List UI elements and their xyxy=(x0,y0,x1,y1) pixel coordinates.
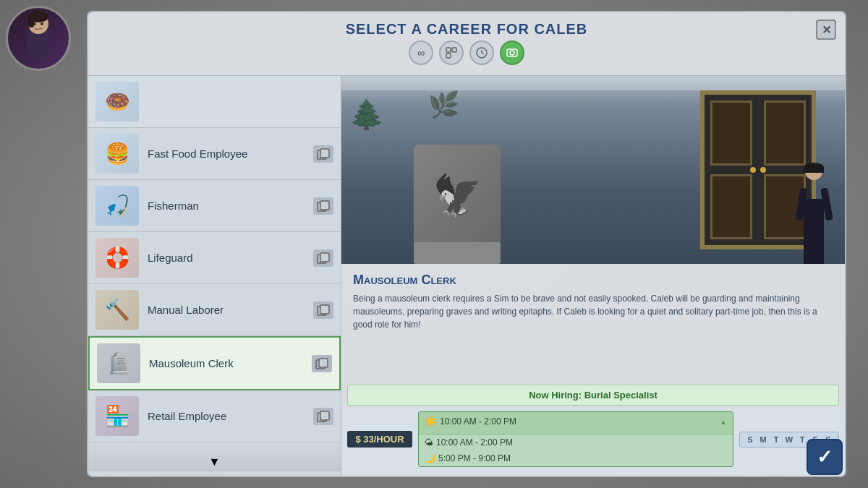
career-icon-lifeguard: 🛟 xyxy=(95,238,139,278)
scroll-indicator: ▼ xyxy=(88,442,341,471)
career-name-lifeguard: Lifeguard xyxy=(148,252,313,264)
day-w: W xyxy=(783,435,795,444)
career-copy-manual-laborer xyxy=(313,301,333,319)
confirm-button[interactable]: ✓ xyxy=(807,439,843,475)
mode-icon-money[interactable] xyxy=(500,40,524,65)
scene-plant-left: 🌲 xyxy=(349,98,385,132)
dialog-content: 🍩 🍔 Fast Food Employee 🎣 Fisherman xyxy=(88,75,845,476)
schedule-area: $ 33/HOUR ☀️ 10:00 AM - 2:00 PM ▲ 🌤 xyxy=(341,408,845,476)
day-s1: S xyxy=(744,435,756,444)
career-detail-text: Mausoleum Clerk Being a mausoleum clerk … xyxy=(341,264,845,385)
mode-icons-row: ∞ xyxy=(103,38,830,71)
career-copy-lifeguard xyxy=(313,249,333,267)
scene-pedestal xyxy=(414,242,501,264)
svg-rect-8 xyxy=(446,53,451,58)
svg-rect-17 xyxy=(320,201,329,210)
time-dropdown: 🌤 10:00 AM - 2:00 PM 🌙 5:00 PM - 9:00 PM xyxy=(419,434,733,466)
dialog-header: Select a Career for Caleb ✕ ∞ xyxy=(88,12,845,75)
scene-plant-mid: 🌿 xyxy=(428,90,460,120)
moon-icon: 🌙 xyxy=(425,453,435,463)
svg-point-5 xyxy=(41,22,43,25)
selected-career-name: Mausoleum Clerk xyxy=(353,273,833,288)
career-item-lifeguard[interactable]: 🛟 Lifeguard xyxy=(88,232,341,284)
selected-career-description: Being a mausoleum clerk requires a Sim t… xyxy=(353,292,833,331)
dialog-title: Select a Career for Caleb xyxy=(103,21,830,38)
svg-rect-23 xyxy=(319,359,328,367)
partly-cloudy-icon: 🌤 xyxy=(425,437,433,448)
career-copy-mausoleum-clerk xyxy=(312,355,332,372)
career-icon-mausoleum-clerk: 🪦 xyxy=(97,343,140,383)
career-item-manual-laborer[interactable]: 🔨 Manual Laborer xyxy=(88,284,341,336)
svg-rect-19 xyxy=(320,253,329,262)
scene-character xyxy=(798,163,830,264)
selected-time-display: ☀️ 10:00 AM - 2:00 PM ▲ xyxy=(419,412,733,431)
mode-icon-all[interactable]: ∞ xyxy=(409,40,433,65)
time-option-2-label: 5:00 PM - 9:00 PM xyxy=(438,453,511,463)
svg-rect-7 xyxy=(452,48,456,52)
character-avatar xyxy=(6,6,71,71)
svg-line-11 xyxy=(482,53,484,54)
svg-rect-25 xyxy=(320,411,329,420)
day-m: M xyxy=(757,435,769,444)
career-name-retail-employee: Retail Employee xyxy=(148,410,313,422)
career-detail-panel: 🌲 🌿 🦅 xyxy=(341,76,845,476)
sun-icon: ☀️ xyxy=(425,416,437,427)
career-icon-fisherman: 🎣 xyxy=(95,186,139,226)
svg-rect-15 xyxy=(320,149,329,158)
career-item-mausoleum-clerk[interactable]: 🪦 Mausoleum Clerk xyxy=(88,336,341,390)
svg-rect-3 xyxy=(28,17,34,27)
selected-time-label: 10:00 AM - 2:00 PM xyxy=(440,416,516,427)
scene-snow-top xyxy=(341,76,845,90)
svg-point-13 xyxy=(510,51,514,55)
career-name-fast-food: Fast Food Employee xyxy=(148,147,313,160)
svg-rect-21 xyxy=(320,305,329,314)
career-item-retail-employee[interactable]: 🏪 Retail Employee xyxy=(88,390,341,442)
career-list[interactable]: 🍩 🍔 Fast Food Employee 🎣 Fisherman xyxy=(88,76,341,476)
career-name-fisherman: Fisherman xyxy=(148,200,313,212)
pay-badge: $ 33/HOUR xyxy=(347,431,412,448)
time-arrow-icon: ▲ xyxy=(720,418,727,426)
svg-rect-6 xyxy=(446,48,451,52)
scene-gargoyle: 🦅 xyxy=(414,145,501,246)
time-option-1-label: 10:00 AM - 2:00 PM xyxy=(436,437,513,448)
schedule-row-main: $ 33/HOUR ☀️ 10:00 AM - 2:00 PM ▲ 🌤 xyxy=(347,411,839,467)
career-icon-manual-laborer: 🔨 xyxy=(95,290,139,330)
time-option-2[interactable]: 🌙 5:00 PM - 9:00 PM xyxy=(419,450,733,466)
career-detail-image: 🌲 🌿 🦅 xyxy=(341,76,845,264)
career-item-fast-food[interactable]: 🍔 Fast Food Employee xyxy=(88,128,341,180)
career-item-fisherman[interactable]: 🎣 Fisherman xyxy=(88,180,341,232)
hiring-banner: Now Hiring: Burial Specialist xyxy=(347,385,839,406)
time-option-1[interactable]: 🌤 10:00 AM - 2:00 PM xyxy=(419,435,733,450)
career-icon-partial: 🍩 xyxy=(95,82,139,121)
mode-icon-expand[interactable] xyxy=(439,40,464,65)
mode-icon-clock[interactable] xyxy=(469,40,494,65)
career-copy-fast-food xyxy=(313,145,333,163)
time-selector[interactable]: ☀️ 10:00 AM - 2:00 PM ▲ 🌤 10:00 AM - 2:0… xyxy=(418,411,733,467)
career-dialog: Select a Career for Caleb ✕ ∞ 🍩 xyxy=(87,11,846,477)
career-icon-retail-employee: 🏪 xyxy=(95,396,139,436)
career-copy-retail-employee xyxy=(313,408,333,425)
svg-point-4 xyxy=(33,22,36,25)
career-icon-fast-food: 🍔 xyxy=(95,134,139,174)
career-name-mausoleum-clerk: Mausoleum Clerk xyxy=(149,357,312,369)
day-t1: T xyxy=(770,435,782,444)
career-copy-fisherman xyxy=(313,197,333,215)
checkmark-icon: ✓ xyxy=(817,446,833,468)
close-button[interactable]: ✕ xyxy=(816,20,836,40)
career-item-partial[interactable]: 🍩 xyxy=(88,76,341,128)
career-name-manual-laborer: Manual Laborer xyxy=(148,304,313,316)
